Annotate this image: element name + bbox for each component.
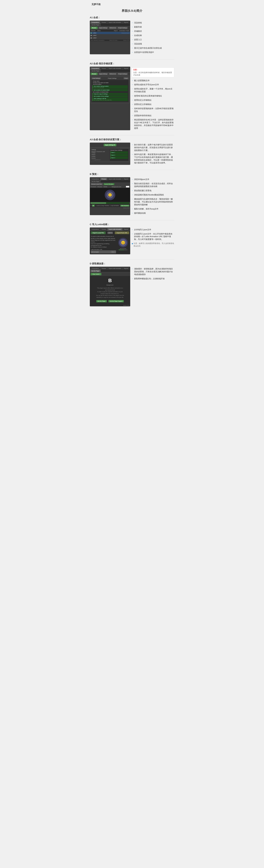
label-c-2: 从链接导入json文件：在公开动画中挑选喜欢的动画—从"Lottie Anima… bbox=[134, 232, 174, 241]
list-row-2[interactable]: Lottie2 bbox=[90, 34, 130, 37]
annot-a2-6: ← 设置自定义存储地址 bbox=[131, 103, 174, 106]
annot-c-note: ◆ 注意：如果导入前的图形带新变色，导入这些渐变色将会丢失 bbox=[131, 242, 174, 247]
get-player-btn[interactable]: Get the Player bbox=[96, 300, 107, 302]
browse-row-b: Browse Local Files Current Renders bbox=[90, 183, 130, 185]
footer-show-selected[interactable]: Show Selected Compositions bbox=[91, 40, 105, 41]
setting-folder: Include comp name as folder bbox=[93, 82, 109, 83]
tab-reports-b[interactable]: Reports bbox=[123, 178, 129, 180]
timeline-bar[interactable] bbox=[91, 202, 129, 204]
arrow-b-6: ← bbox=[131, 208, 134, 210]
refresh-btn-ui[interactable]: Refresh list bbox=[109, 27, 117, 29]
label-b-6: 截取当前帧，保存为svg文件 bbox=[134, 208, 158, 210]
tab-preview-c[interactable]: Preview bbox=[100, 228, 107, 230]
list-row-1[interactable]: Lottie1 ~/Desktop/exports bbox=[90, 32, 130, 34]
tab-reports-c[interactable]: Reports bbox=[123, 228, 129, 230]
col-destination: Destination Folder bbox=[119, 30, 129, 31]
annot-a1-3: ← 存储路径 bbox=[131, 30, 162, 33]
render-button-ui[interactable]: Render bbox=[91, 27, 98, 29]
ui-tabs-d: Compositions Preview Import Lottie Anima… bbox=[90, 267, 130, 272]
refresh-a2[interactable]: Refresh list bbox=[109, 73, 117, 75]
tab-import-c[interactable]: Import Lottie Animation bbox=[107, 228, 122, 230]
arrow-c-1: ← bbox=[131, 228, 134, 230]
footer-select-all[interactable]: Select All Comps ○ bbox=[109, 40, 118, 41]
label-a2-9: 将设置项保存在AE文件里：这样设置项就保存在这个AE文件里了。下次打开，各勾选设… bbox=[134, 119, 174, 130]
browse-local-btn[interactable]: Browse Local Files bbox=[91, 183, 103, 185]
divider-a2-a3 bbox=[90, 135, 174, 135]
load-settings-btn[interactable]: Load Settings bbox=[91, 78, 101, 79]
tab-get-player-d[interactable]: Get the Player bbox=[90, 270, 101, 272]
tab-preview[interactable]: Preview bbox=[100, 21, 107, 24]
tab-get-player-a2[interactable]: Get the Player bbox=[90, 70, 101, 72]
annot-a2-8: ← 设置副本保存的地址 bbox=[131, 114, 174, 117]
bg-color-swatch[interactable] bbox=[126, 186, 129, 188]
settings-split-panel: Settings Replace Characters with Comps H… bbox=[91, 148, 129, 162]
tab-compositions[interactable]: Compositions bbox=[90, 21, 100, 24]
import-local-btn[interactable]: Import Local File bbox=[91, 231, 106, 234]
annot-d-2: ← 获取两种播放器(JS)，以便前端开发 bbox=[131, 277, 174, 280]
label-b-5: 播放速度与合成时间线步步：预览发现某一帧有问题，可以通过这方式定位时间线来查找和… bbox=[134, 198, 174, 206]
tab-get-player-b[interactable]: Get the Player bbox=[90, 180, 101, 183]
arrow-d-2: ← bbox=[131, 278, 134, 280]
tab-compositions-c[interactable]: Compositions bbox=[90, 228, 100, 230]
annot-a1-5: ← 设置入口 bbox=[131, 38, 162, 41]
tab-compositions-b[interactable]: Compositions bbox=[90, 178, 100, 180]
screenshot-b: Compositions Preview Import Lottie Anima… bbox=[90, 177, 130, 215]
lottie-url-input[interactable]: self.animated Ctrl+C bbox=[91, 250, 116, 253]
label-a1-7: 显示已选中的合成/显示全部合成 bbox=[134, 47, 162, 50]
row-name-2: Lottie2 bbox=[93, 35, 128, 36]
section-a2-content: Compositions Preview Import Lottie Anima… bbox=[90, 67, 174, 130]
setting-scenes: Scenes bbox=[91, 157, 109, 159]
play-btn[interactable]: ▶ bbox=[92, 205, 95, 207]
render-btn-a2[interactable]: Render bbox=[91, 73, 98, 75]
current-renders-btn[interactable]: Current Renders bbox=[104, 183, 114, 185]
arrow-a1-2: ← bbox=[131, 26, 134, 28]
section-a2-title: A2 合成-项目存储设置： bbox=[90, 62, 174, 65]
close-settings-btn[interactable]: Close bbox=[123, 78, 128, 79]
row-path-1: ~/Desktop/exports bbox=[121, 33, 129, 34]
annot-a2-4: ← 使用AE项目的位置来做存储地址 bbox=[131, 95, 174, 97]
tab-reports-d[interactable]: Reports bbox=[123, 267, 129, 270]
tab-import-b[interactable]: Import Lottie Animation bbox=[107, 178, 122, 180]
apply-settings-btn-ui[interactable]: Apply Settings bbox=[98, 27, 108, 29]
tab-preview-b[interactable]: Preview bbox=[100, 178, 107, 180]
tab-preview-a2[interactable]: Preview bbox=[100, 67, 107, 70]
tab-get-player[interactable]: Get the Player bbox=[90, 24, 101, 26]
label-a1-6: 渲染选项 bbox=[134, 42, 142, 45]
label-a2-6: 设置自定义存储地址 bbox=[134, 103, 151, 106]
annotations-b: ← 浏览本地json文件 ← 预览当前渲染项目：在渲染完合成后，经常会选择该项直… bbox=[131, 178, 174, 215]
preview-footer: Version 5.9.6 bbox=[90, 207, 130, 209]
tab-compositions-d[interactable]: Compositions bbox=[90, 267, 100, 270]
tab-reports-a2[interactable]: Reports bbox=[123, 67, 129, 70]
tab-import-a2[interactable]: Import Lottie Animation bbox=[107, 67, 122, 70]
annot-c-1: ← 从本地导入json文件 bbox=[131, 228, 174, 231]
page-wrapper: 无梦不欺 界面(5.9.6)简介 A1 合成： Compositions Pre… bbox=[88, 0, 176, 317]
tab-import[interactable]: Import Lottie Animation bbox=[107, 21, 122, 24]
apply-settings-a2[interactable]: Apply Settings bbox=[98, 73, 108, 75]
save-preset-3[interactable]: Save 3 bbox=[110, 157, 128, 159]
tab-reports[interactable]: Reports bbox=[123, 21, 129, 24]
take-snapshot-btn[interactable]: Take Snapshot! bbox=[120, 205, 129, 207]
ui-toolbar-a2: Render Apply Settings Refresh list Proje… bbox=[90, 72, 130, 76]
project-settings-a2[interactable]: Project Settings bbox=[117, 73, 128, 75]
annot-b-3: ← 更改预览窗口背景色 bbox=[131, 189, 174, 192]
import-from-url-btn[interactable]: Import From URL bbox=[115, 231, 129, 234]
ui-toolbar-a1: Render Apply Settings Refresh list Proje… bbox=[90, 26, 130, 30]
get-player-support-btn[interactable]: Get the Player Support bbox=[109, 300, 124, 302]
save-preset-1[interactable]: Save 1 bbox=[110, 151, 128, 154]
section-b-title: B 预览： bbox=[90, 173, 174, 176]
tab-preview-d[interactable]: Preview bbox=[100, 267, 107, 270]
clear-cache-btn-ui[interactable]: Clear Cache! bbox=[91, 273, 101, 275]
project-settings-btn-ui[interactable]: Project Settings bbox=[117, 27, 128, 29]
save-preset-2[interactable]: Save 2 bbox=[110, 154, 128, 156]
apply-settings-btn-a3[interactable]: Apply Settings ☑ bbox=[104, 144, 117, 146]
list-row-3[interactable]: Lottie3 bbox=[90, 37, 130, 39]
tab-import-d[interactable]: Import Lottie Animation bbox=[107, 267, 122, 270]
setting-replace: Replace Characters with Comps bbox=[91, 151, 109, 153]
arrow-a1-5: ← bbox=[131, 38, 134, 41]
tab-compositions-a2[interactable]: Compositions bbox=[90, 67, 100, 70]
player-logo: B bbox=[92, 278, 128, 283]
setting-ae-location: Use AE location bbox=[93, 84, 101, 85]
section-a2: A2 合成-项目存储设置： Compositions Preview Impor… bbox=[90, 62, 174, 130]
row-dot-3 bbox=[91, 37, 92, 38]
screenshot-a3: Apply Settings ☑ Settings Replace Charac… bbox=[90, 143, 130, 165]
